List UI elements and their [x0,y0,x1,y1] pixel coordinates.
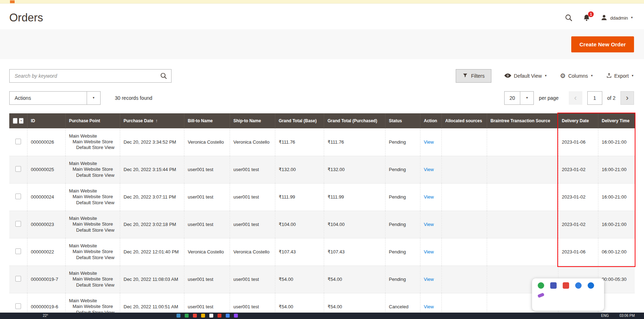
search-input[interactable] [10,70,171,82]
column-label: Bill-to Name [188,118,213,123]
search-submit-icon[interactable] [158,71,170,81]
cell-bill-to: Veronica Costello [184,128,230,156]
store-line: Main Website Store [69,276,116,282]
column-header-status[interactable]: Status [385,113,420,128]
view-selector[interactable]: Default View ▼ [504,73,547,79]
view-order-link[interactable]: View [424,222,434,227]
taskbar-app-icon[interactable] [218,314,221,318]
actions-label: Actions [10,92,87,104]
view-order-link[interactable]: View [424,139,434,145]
store-line: Main Website [69,298,116,304]
column-header-delivery-date[interactable]: Delivery Date [558,113,598,128]
cell-braintree-source [487,128,558,156]
row-checkbox[interactable] [15,303,21,309]
order-row: 000000026 Main WebsiteMain Website Store… [9,128,635,156]
row-checkbox[interactable] [15,194,21,199]
taskbar-app-icon[interactable] [177,314,180,318]
row-checkbox[interactable] [15,276,21,282]
column-header-ship-to[interactable]: Ship-to Name [230,113,275,128]
taskbar-app-icon[interactable] [234,314,238,318]
cell-grand-total-purchased: ₹104.00 [324,211,385,238]
global-search-icon[interactable] [565,14,573,22]
row-checkbox[interactable] [15,166,21,172]
caret-down-icon: ▼ [20,120,22,122]
extension-icon-purple-pen[interactable] [537,293,545,298]
cell-ship-to: user001 test [230,156,275,183]
cell-delivery-time: 16:00-21:00 [598,128,635,156]
taskbar-app-icon[interactable] [193,314,197,318]
row-checkbox[interactable] [15,221,21,227]
columns-selector[interactable]: ⚙ Columns ▼ [560,73,593,79]
column-label: Grand Total (Purchased) [328,118,377,123]
per-page-label: per page [539,95,558,101]
extension-icon-shield[interactable] [550,282,557,289]
column-header-purchase-date[interactable]: Purchase Date↑ [120,113,184,128]
export-control[interactable]: Export ▼ [606,73,634,79]
column-header-grand-total-base[interactable]: Grand Total (Base) [275,113,324,128]
previous-page-button[interactable]: ‹ [569,91,582,105]
cell-purchase-point: Main WebsiteMain Website StoreDefault St… [65,183,120,211]
cell-allocated-sources [441,266,487,293]
page-actions-band: Create New Order [0,29,644,59]
username-label: ddadmin [610,15,628,21]
view-order-link[interactable]: View [424,194,434,200]
taskbar-app-icon[interactable] [185,314,189,318]
view-order-link[interactable]: View [424,167,434,172]
column-header-action[interactable]: Action [420,113,441,128]
keyword-search-box [9,69,172,83]
store-line: Main Website Store [69,249,116,254]
cell-status: Pending [385,266,420,293]
store-line: Main Website [69,133,116,139]
row-checkbox[interactable] [15,139,21,144]
taskbar-language[interactable]: ENG [601,314,609,318]
view-order-link[interactable]: View [424,304,434,309]
store-line: Default Store View [69,255,116,261]
taskbar-app-icon[interactable] [226,314,230,318]
taskbar-app-icon[interactable] [201,314,205,318]
store-line: Main Website [69,216,116,221]
cell-purchase-point: Main WebsiteMain Website StoreDefault St… [65,156,120,183]
column-header-delivery-time[interactable]: Delivery Time [598,113,635,128]
extension-icon-blue[interactable] [575,282,582,289]
cell-id: 000000023 [27,211,65,238]
column-header-braintree-source[interactable]: Braintree Transaction Source [487,113,558,128]
current-page-input[interactable] [587,91,602,105]
taskbar-weather-widget[interactable]: 22° [43,314,48,318]
cell-purchase-date: Dec 20, 2022 3:15:44 PM [120,156,184,183]
columns-label: Columns [568,73,588,79]
filters-button[interactable]: Filters [456,69,491,83]
column-header-grand-total-purchased[interactable]: Grand Total (Purchased) [324,113,385,128]
extension-icon-green[interactable] [538,282,544,289]
select-options-caret[interactable]: ▼ [19,118,23,124]
column-header-id[interactable]: ID [27,113,65,128]
export-label: Export [614,73,629,79]
user-menu[interactable]: ddadmin ▼ [600,14,633,22]
extension-icon-red[interactable] [563,282,569,289]
store-line: Main Website Store [69,194,116,200]
view-order-link[interactable]: View [424,277,434,282]
actions-caret[interactable]: ▼ [87,92,100,104]
pagination-controls: 20 ▼ per page ‹ of 2 › [504,91,634,105]
per-page-caret[interactable]: ▼ [520,92,533,104]
taskbar-clock[interactable]: 03:06 PM [619,314,635,318]
next-page-button[interactable]: › [620,91,634,105]
view-order-link[interactable]: View [424,249,434,254]
create-new-order-button[interactable]: Create New Order [571,36,634,52]
cell-bill-to: user001 test [184,156,230,183]
order-row: 000000024 Main WebsiteMain Website Store… [9,183,635,211]
select-all-checkbox[interactable] [13,118,17,124]
per-page-dropdown[interactable]: 20 ▼ [504,91,534,105]
cell-bill-to: user001 test [184,183,230,211]
cell-grand-total-purchased: ₹111.76 [324,128,385,156]
taskbar-app-icon[interactable] [209,314,213,318]
cell-id: 000000024 [27,183,65,211]
column-header-purchase-point[interactable]: Purchase Point [65,113,120,128]
row-checkbox[interactable] [15,248,21,254]
extension-icon-bluetooth[interactable] [588,282,594,289]
column-header-allocated-sources[interactable]: Allocated sources [441,113,487,128]
column-header-bill-to[interactable]: Bill-to Name [184,113,230,128]
actions-dropdown[interactable]: Actions ▼ [9,91,101,105]
cell-checkbox [9,183,27,211]
notifications-bell-icon[interactable]: 1 [583,14,591,22]
order-row: 000000025 Main WebsiteMain Website Store… [9,156,635,183]
